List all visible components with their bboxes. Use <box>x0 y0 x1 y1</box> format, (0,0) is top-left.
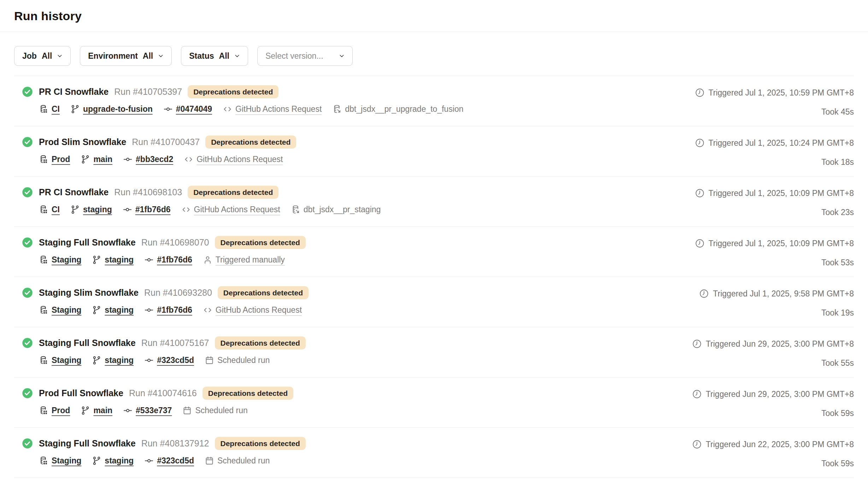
schema-database-icon <box>291 205 300 214</box>
triggered-timestamp: Triggered Jul 1, 2025, 10:24 PM GMT+8 <box>709 138 854 148</box>
commit-link[interactable]: #1fb76d6 <box>157 255 192 265</box>
job-schema-meta: dbt_jsdx__pr_staging <box>291 205 381 214</box>
run-row: PR CI Snowflake Run #410698103 Deprecati… <box>14 177 854 227</box>
status-filter-dropdown[interactable]: Status All <box>181 46 248 66</box>
clock-icon <box>692 439 702 449</box>
deprecations-badge: Deprecations detected <box>215 236 306 249</box>
branch-link[interactable]: main <box>93 155 112 164</box>
environment-link[interactable]: Staging <box>52 255 81 265</box>
run-row-main: Staging Full Snowflake Run #408137912 De… <box>22 437 306 478</box>
branch-link[interactable]: upgrade-to-fusion <box>83 104 153 114</box>
run-name-link[interactable]: PR CI Snowflake <box>39 87 108 97</box>
run-success-icon <box>22 438 33 478</box>
commit-link[interactable]: #1fb76d6 <box>135 205 171 214</box>
environment-meta: Prod <box>39 155 70 164</box>
run-duration: Took 55s <box>821 358 854 368</box>
commit-link[interactable]: #1fb76d6 <box>157 305 192 315</box>
branch-meta: main <box>81 406 112 415</box>
run-row-timing: Triggered Jul 1, 2025, 10:09 PM GMT+8 To… <box>695 186 854 226</box>
branch-meta: staging <box>70 205 112 214</box>
trigger-label: Scheduled run <box>195 406 247 415</box>
branch-link[interactable]: staging <box>105 305 134 315</box>
code-icon <box>184 155 193 164</box>
git-branch-icon <box>92 356 101 365</box>
commit-link[interactable]: #533e737 <box>136 406 172 415</box>
branch-meta: staging <box>92 305 134 315</box>
run-row: Prod Slim Snowflake Run #410700437 Depre… <box>14 126 854 177</box>
filter-bar: Job All Environment All Status All Selec… <box>14 32 854 76</box>
run-name-link[interactable]: Staging Slim Snowflake <box>39 288 139 298</box>
version-select-dropdown[interactable]: Select version... <box>257 46 353 66</box>
run-row-main: PR CI Snowflake Run #410698103 Deprecati… <box>22 186 381 226</box>
run-name-link[interactable]: Staging Full Snowflake <box>39 338 136 348</box>
run-row-timing: Triggered Jun 22, 2025, 3:00 PM GMT+8 To… <box>692 437 854 478</box>
commit-meta: #1fb76d6 <box>123 205 171 214</box>
branch-link[interactable]: staging <box>83 205 112 214</box>
trigger-label: Scheduled run <box>217 356 270 365</box>
trigger-label: GitHub Actions Request <box>235 104 322 114</box>
deprecations-badge: Deprecations detected <box>215 336 306 350</box>
chevron-down-icon <box>234 53 240 59</box>
commit-link[interactable]: #bb3ecd2 <box>136 155 173 164</box>
run-success-icon <box>22 287 33 327</box>
commit-link[interactable]: #323cd5d <box>157 456 194 466</box>
run-list: PR CI Snowflake Run #410705397 Deprecati… <box>14 76 854 478</box>
environment-link[interactable]: Prod <box>52 155 70 164</box>
branch-meta: main <box>81 155 112 164</box>
branch-link[interactable]: staging <box>105 356 134 365</box>
job-filter-dropdown[interactable]: Job All <box>14 46 71 66</box>
environment-filter-label: Environment <box>88 51 138 61</box>
commit-link[interactable]: #323cd5d <box>157 356 194 365</box>
branch-link[interactable]: staging <box>105 255 134 265</box>
run-row-timing: Triggered Jul 1, 2025, 10:59 PM GMT+8 To… <box>695 85 854 126</box>
chevron-down-icon <box>339 53 345 59</box>
run-number: Run #410074616 <box>129 388 197 398</box>
run-name-link[interactable]: Staging Full Snowflake <box>39 438 136 449</box>
environment-meta: Staging <box>39 356 81 365</box>
commit-meta: #1fb76d6 <box>144 305 192 315</box>
run-name-link[interactable]: PR CI Snowflake <box>39 187 108 197</box>
environment-database-icon <box>39 456 48 466</box>
run-number: Run #408137912 <box>141 438 209 449</box>
user-icon <box>203 255 212 265</box>
run-row: Staging Full Snowflake Run #410075167 De… <box>14 327 854 377</box>
environment-link[interactable]: Staging <box>52 456 81 466</box>
commit-meta: #1fb76d6 <box>144 255 192 265</box>
clock-icon <box>699 289 709 299</box>
run-name-link[interactable]: Staging Full Snowflake <box>39 237 136 248</box>
trigger-label: Scheduled run <box>217 456 270 466</box>
environment-database-icon <box>39 155 48 164</box>
branch-link[interactable]: main <box>93 406 112 415</box>
environment-meta: Staging <box>39 456 81 466</box>
run-row: PR CI Snowflake Run #410705397 Deprecati… <box>14 76 854 126</box>
environment-filter-dropdown[interactable]: Environment All <box>80 46 172 66</box>
environment-link[interactable]: CI <box>52 205 60 214</box>
run-name-link[interactable]: Prod Slim Snowflake <box>39 137 126 147</box>
commit-icon <box>123 155 133 164</box>
branch-link[interactable]: staging <box>105 456 134 466</box>
commit-icon <box>123 205 132 214</box>
environment-link[interactable]: Staging <box>52 356 81 365</box>
triggered-timestamp: Triggered Jul 1, 2025, 9:58 PM GMT+8 <box>713 289 854 299</box>
calendar-icon <box>205 356 214 365</box>
environment-link[interactable]: Prod <box>52 406 70 415</box>
job-schema-meta: dbt_jsdx__pr_upgrade_to_fusion <box>332 104 463 114</box>
commit-link[interactable]: #0474049 <box>176 104 212 114</box>
run-row-main: PR CI Snowflake Run #410705397 Deprecati… <box>22 85 463 126</box>
trigger-label: GitHub Actions Request <box>194 205 280 214</box>
run-row-timing: Triggered Jul 1, 2025, 9:58 PM GMT+8 Too… <box>699 286 854 327</box>
run-name-link[interactable]: Prod Full Snowflake <box>39 388 123 398</box>
run-row: Staging Slim Snowflake Run #410693280 De… <box>14 277 854 327</box>
run-row: Prod Full Snowflake Run #410074616 Depre… <box>14 377 854 428</box>
run-row-main: Prod Slim Snowflake Run #410700437 Depre… <box>22 135 296 176</box>
commit-meta: #323cd5d <box>144 356 194 365</box>
code-icon <box>181 205 191 214</box>
environment-link[interactable]: CI <box>52 104 60 114</box>
environment-link[interactable]: Staging <box>52 305 81 315</box>
git-branch-icon <box>70 104 80 114</box>
branch-meta: staging <box>92 456 134 466</box>
trigger-meta: Triggered manually <box>203 255 285 265</box>
run-duration: Took 59s <box>821 409 854 418</box>
trigger-meta: Scheduled run <box>205 456 270 466</box>
code-icon <box>223 104 232 114</box>
